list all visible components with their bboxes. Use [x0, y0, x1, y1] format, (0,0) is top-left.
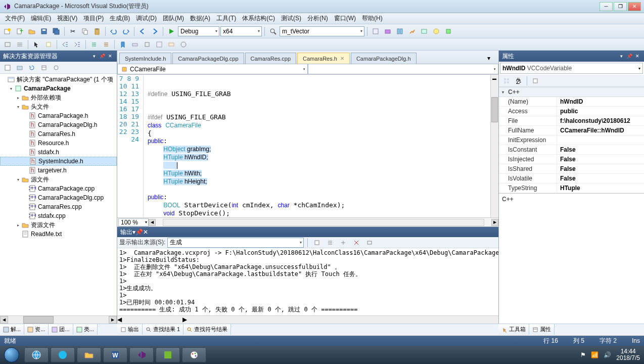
open-icon[interactable]: [26, 26, 37, 37]
close-button[interactable]: ✕: [628, 2, 641, 11]
menu-item[interactable]: 数据(A): [187, 13, 213, 24]
maximize-button[interactable]: ❐: [614, 2, 627, 11]
prop-value[interactable]: f:\halconstudy\20180612: [557, 116, 644, 126]
bottom-tab[interactable]: 输出: [117, 324, 143, 335]
task-app1-icon[interactable]: [51, 347, 75, 362]
menu-item[interactable]: 工具(T): [213, 13, 239, 24]
out-tb-wrap-icon[interactable]: [364, 237, 375, 248]
tb-misc7-icon[interactable]: [443, 26, 454, 37]
prop-value[interactable]: False: [557, 164, 644, 174]
menu-item[interactable]: 生成(B): [107, 13, 133, 24]
out-tb-icon-2[interactable]: [325, 237, 336, 248]
props-cat-icon[interactable]: [501, 75, 512, 86]
scroll-right-icon[interactable]: ▶: [109, 316, 117, 324]
tree-node[interactable]: ▾CamaraPackage: [0, 84, 117, 93]
solution-tree[interactable]: 解决方案 "CamaraPackage" (1 个项▾CamaraPackage…: [0, 74, 117, 315]
menu-item[interactable]: 帮助(H): [359, 13, 386, 24]
out-tb-clear-icon[interactable]: [351, 237, 362, 248]
document-tab[interactable]: SystemInclude.h: [119, 53, 171, 64]
mini-tab[interactable]: 资...: [24, 324, 49, 335]
tree-node[interactable]: hstdafx.h: [0, 148, 117, 157]
right-tab[interactable]: 工具箱: [498, 324, 529, 335]
out-tb-icon-3[interactable]: [338, 237, 349, 248]
code-editor[interactable]: #define USING_FILE_GRAB #ifdef USING_FIL…: [144, 75, 490, 217]
bottom-tab[interactable]: 查找结果 1: [143, 324, 183, 335]
tb2-icon-4[interactable]: [129, 39, 141, 50]
solution-hscroll[interactable]: ◀ ▶: [0, 315, 117, 324]
tree-node[interactable]: hResource.h: [0, 139, 117, 148]
pointer-icon[interactable]: [31, 39, 42, 50]
out-scroll-right-icon[interactable]: ▶: [182, 316, 187, 324]
system-tray[interactable]: ⚑ 📶 🔊 14:44 2018/7/5: [576, 348, 644, 361]
menu-item[interactable]: 体系结构(C): [239, 13, 278, 24]
menu-item[interactable]: 测试(S): [278, 13, 304, 24]
tree-node[interactable]: ▸资源文件: [0, 220, 117, 230]
menu-item[interactable]: 编辑(E): [28, 13, 54, 24]
editor-hscroll[interactable]: [163, 219, 484, 226]
tree-node[interactable]: htargetver.h: [0, 166, 117, 175]
props-close-icon[interactable]: ✕: [634, 53, 641, 60]
task-vs-icon[interactable]: [129, 347, 154, 362]
comment-icon[interactable]: [88, 39, 100, 50]
sol-tb-props-icon[interactable]: [38, 62, 50, 73]
tree-node[interactable]: c++CamaraPackage.cpp: [0, 184, 117, 193]
out-tb-icon-1[interactable]: [311, 237, 323, 248]
tree-node[interactable]: hCamaraPackage.h: [0, 111, 117, 120]
menu-item[interactable]: 调试(D): [133, 13, 160, 24]
tb2-icon-2[interactable]: [14, 39, 25, 50]
mini-tab[interactable]: 团...: [49, 324, 73, 335]
copy-icon[interactable]: [79, 26, 90, 37]
save-all-icon[interactable]: [51, 26, 62, 37]
document-tab[interactable]: CamaraPackageDlg.cpp: [172, 53, 244, 64]
nav-class-combo[interactable]: CCameraFile: [117, 64, 308, 74]
redo-icon[interactable]: [120, 26, 131, 37]
split-icon[interactable]: ▬: [491, 75, 498, 82]
nav-back-icon[interactable]: [137, 26, 148, 37]
paste-icon[interactable]: [91, 26, 103, 37]
mini-tab[interactable]: 类...: [73, 324, 98, 335]
hscroll-left-icon[interactable]: ◀: [149, 219, 156, 226]
tb-misc2-icon[interactable]: [382, 26, 393, 37]
add-item-icon[interactable]: +: [14, 26, 25, 37]
output-hscroll[interactable]: ◀ ▶: [117, 315, 498, 324]
indent-icon[interactable]: [72, 39, 83, 50]
tree-node[interactable]: hSystemInclude.h: [0, 157, 117, 166]
tb-misc1-icon[interactable]: [370, 26, 381, 37]
tb-misc3-icon[interactable]: [394, 26, 405, 37]
tree-node[interactable]: ReadMe.txt: [0, 230, 117, 239]
output-close-icon[interactable]: ✕: [143, 229, 148, 236]
tree-node[interactable]: hCamaraPackageDlg.h: [0, 120, 117, 129]
find-icon[interactable]: [267, 26, 279, 37]
menu-item[interactable]: 文件(F): [2, 13, 28, 24]
output-body[interactable]: 1> CamaraPackage.vcxproj -> F:\HalconStu…: [117, 248, 498, 315]
scroll-thumb[interactable]: [23, 316, 54, 324]
tree-node[interactable]: c++stdafx.cpp: [0, 211, 117, 220]
document-tab[interactable]: CamaraPackageDlg.h: [351, 53, 417, 64]
document-tab[interactable]: CamaraRes.h✕: [297, 53, 350, 64]
sol-tb-icon-1[interactable]: [2, 62, 13, 73]
tray-clock[interactable]: 14:44 2018/7/5: [616, 348, 640, 361]
tb2-icon-1[interactable]: [2, 39, 13, 50]
config-combo[interactable]: Debug: [178, 26, 219, 36]
cut-icon[interactable]: ✂: [67, 26, 78, 37]
tree-node[interactable]: c++CamaraRes.cpp: [0, 202, 117, 211]
prop-value[interactable]: [557, 135, 644, 145]
prop-value[interactable]: False: [557, 155, 644, 164]
tree-node[interactable]: c++CamaraPackageDlg.cpp: [0, 193, 117, 202]
tree-expand-icon[interactable]: ▸: [15, 96, 21, 100]
tab-close-icon[interactable]: ✕: [340, 56, 344, 61]
bottom-tab[interactable]: 查找符号结果: [183, 324, 231, 335]
menu-item[interactable]: 视图(V): [54, 13, 80, 24]
props-category[interactable]: ▾C++: [499, 87, 644, 97]
tb-misc4-icon[interactable]: [406, 26, 418, 37]
right-tab[interactable]: 属性: [529, 324, 555, 335]
task-app2-icon[interactable]: [156, 347, 180, 362]
zoom-combo[interactable]: 100 %: [118, 218, 149, 226]
tray-network-icon[interactable]: 📶: [591, 351, 599, 358]
task-explorer-icon[interactable]: [77, 347, 101, 362]
sol-tb-showall-icon[interactable]: [51, 62, 62, 73]
hscroll-right-icon[interactable]: ▶: [491, 219, 498, 226]
props-pin-icon[interactable]: 📌: [626, 53, 633, 60]
tabs-dropdown-icon[interactable]: ▾: [483, 53, 494, 64]
tree-expand-icon[interactable]: ▾: [8, 86, 14, 91]
